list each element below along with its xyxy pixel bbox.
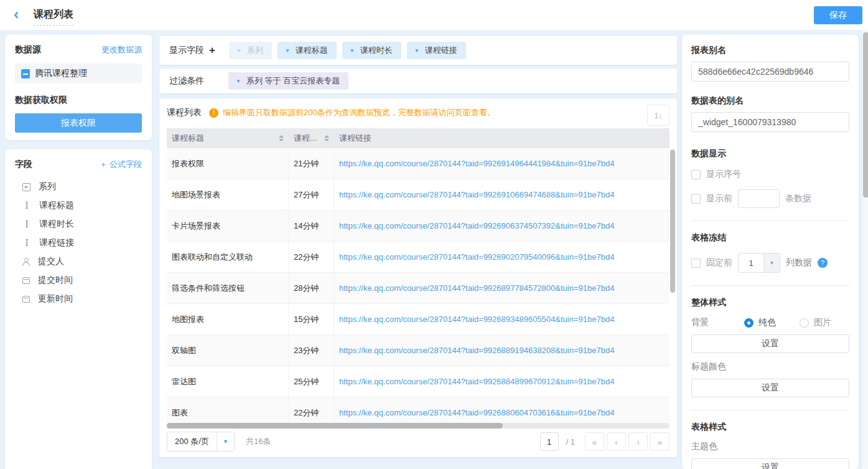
theme-color-label: 主题色 — [691, 441, 849, 452]
field-item[interactable]: 课程链接 — [15, 234, 142, 252]
bg-image-radio[interactable] — [800, 318, 809, 328]
field-label: 课程标题 — [39, 200, 74, 211]
cell-course-title: 报表权限 — [167, 148, 289, 179]
overall-style-heading: 整体样式 — [691, 297, 849, 308]
bg-solid-radio[interactable] — [744, 318, 754, 328]
field-item[interactable]: 提交时间 — [15, 271, 142, 290]
report-permission-button[interactable]: 报表权限 — [15, 113, 142, 133]
show-first-checkbox[interactable] — [691, 194, 701, 204]
freeze-columns-checkbox[interactable] — [691, 258, 701, 268]
page-title: 课程列表 — [34, 8, 73, 26]
display-field-chip[interactable]: 系列 — [229, 42, 272, 59]
table-alias-input[interactable] — [691, 112, 849, 132]
title-color-set-button[interactable]: 设置 — [691, 379, 849, 397]
course-link[interactable]: https://ke.qq.com/course/2870144?taid=99… — [339, 221, 614, 230]
field-label: 课程时长 — [39, 219, 74, 230]
course-link[interactable]: https://ke.qq.com/course/2870144?taid=99… — [339, 315, 614, 324]
next-page-button[interactable] — [628, 432, 648, 451]
warning-icon — [209, 108, 218, 118]
divider — [691, 220, 849, 221]
background-set-button[interactable]: 设置 — [691, 334, 849, 353]
divider — [691, 285, 849, 286]
course-link[interactable]: https://ke.qq.com/course/2870144?taid=99… — [339, 377, 614, 386]
display-field-chips: 系列 课程标题 课程时长 课程链接 — [229, 42, 466, 59]
display-field-chip[interactable]: 课程时长 — [342, 42, 401, 59]
cell-course-duration: 28分钟 — [289, 273, 334, 303]
page-scrollbar-thumb[interactable] — [863, 32, 868, 197]
table-alias-label: 数据表的别名 — [691, 95, 849, 107]
cell-course-link: https://ke.qq.com/course/2870144?taid=99… — [334, 315, 670, 324]
fields-heading: 字段 — [15, 159, 32, 170]
show-first-label: 显示前 — [706, 193, 732, 204]
course-link[interactable]: https://ke.qq.com/course/2870144?taid=99… — [339, 252, 614, 262]
page-of-total: / 1 — [566, 437, 575, 447]
bg-image-label: 图片 — [814, 317, 831, 328]
datasource-name: 腾讯课程整理 — [35, 68, 87, 79]
field-item[interactable]: 更新时间 — [15, 290, 142, 308]
table-row: 报表权限 21分钟 https://ke.qq.com/course/28701… — [167, 148, 670, 179]
total-count: 共16条 — [246, 436, 271, 447]
back-icon[interactable] — [14, 7, 29, 22]
field-label: 更新时间 — [38, 293, 73, 305]
first-page-button[interactable] — [585, 432, 604, 451]
fields-panel: 字段 ＋ 公式字段 系列 课程标题 课程时长 课程链接 — [5, 149, 152, 469]
cell-course-duration: 22分钟 — [289, 242, 334, 272]
change-datasource-link[interactable]: 更改数据源 — [101, 44, 142, 55]
show-first-count-input[interactable] — [738, 189, 780, 208]
datasource-item[interactable]: 腾讯课程整理 — [15, 64, 142, 83]
freeze-label: 固定前 — [706, 257, 732, 268]
report-alias-input[interactable] — [691, 62, 849, 82]
help-icon[interactable] — [818, 258, 828, 268]
horizontal-scrollbar[interactable] — [167, 423, 670, 429]
table-style-heading: 表格样式 — [691, 422, 849, 433]
field-list: 系列 课程标题 课程时长 课程链接 提交人 — [15, 178, 142, 308]
field-label: 系列 — [39, 181, 56, 192]
cell-course-duration: 15分钟 — [289, 304, 334, 334]
cell-course-link: https://ke.qq.com/course/2870144?taid=99… — [334, 252, 670, 262]
settings-panel: 报表别名 数据表的别名 数据显示 显示序号 显示前 条数据 表格冻结 固定前 1… — [682, 35, 859, 469]
column-header-title[interactable]: 课程标题 — [167, 128, 289, 148]
display-field-chip[interactable]: 课程链接 — [407, 42, 466, 59]
horizontal-scrollbar-thumb[interactable] — [167, 423, 503, 429]
current-page-input[interactable]: 1 — [540, 432, 559, 451]
previous-page-button[interactable] — [607, 432, 626, 451]
field-label: 提交时间 — [38, 275, 73, 286]
filter-label: 过滤条件 — [169, 75, 228, 87]
text-icon — [22, 220, 31, 229]
column-header-duration[interactable]: 课程... — [289, 128, 334, 148]
course-link[interactable]: https://ke.qq.com/course/2870144?taid=99… — [339, 346, 614, 355]
table-freeze-heading: 表格冻结 — [691, 232, 849, 244]
add-formula-field-link[interactable]: ＋ 公式字段 — [99, 159, 142, 170]
sort-order-button[interactable] — [647, 105, 670, 126]
freeze-count-select[interactable]: 1 — [738, 253, 780, 273]
field-item[interactable]: 课程标题 — [15, 196, 142, 215]
page-size-select[interactable]: 200 条/页 — [167, 432, 235, 452]
cell-course-link: https://ke.qq.com/course/2870144?taid=99… — [334, 221, 670, 230]
course-link[interactable]: https://ke.qq.com/course/2870144?taid=99… — [339, 283, 614, 293]
table-body: 报表权限 21分钟 https://ke.qq.com/course/28701… — [167, 148, 670, 433]
page-scrollbar[interactable] — [862, 0, 868, 469]
course-link[interactable]: https://ke.qq.com/course/2870144?taid=99… — [339, 190, 614, 199]
add-display-field-button[interactable] — [209, 44, 222, 57]
save-button[interactable]: 保存 — [814, 6, 862, 24]
bg-solid-label: 纯色 — [758, 317, 776, 328]
last-page-button[interactable] — [650, 432, 670, 451]
data-display-heading: 数据显示 — [691, 148, 849, 159]
cell-course-duration: 25分钟 — [289, 366, 334, 397]
cell-course-link: https://ke.qq.com/course/2870144?taid=99… — [334, 190, 670, 199]
show-index-checkbox[interactable] — [691, 170, 701, 179]
cell-course-duration: 14分钟 — [289, 211, 334, 241]
table-row: 双轴图 23分钟 https://ke.qq.com/course/287014… — [167, 335, 670, 366]
filter-condition-chip[interactable]: 系列 等于 百宝云报表专题 — [228, 72, 348, 90]
table-vertical-scrollbar[interactable] — [670, 149, 675, 293]
course-link[interactable]: https://ke.qq.com/course/2870144?taid=99… — [339, 408, 614, 417]
field-item[interactable]: 课程时长 — [15, 215, 142, 234]
field-item[interactable]: 系列 — [15, 178, 142, 196]
freeze-suffix: 列数据 — [786, 257, 812, 268]
display-field-chip[interactable]: 课程标题 — [278, 42, 337, 59]
cell-course-title: 雷达图 — [167, 366, 289, 397]
select-icon — [22, 183, 30, 191]
course-link[interactable]: https://ke.qq.com/course/2870144?taid=99… — [339, 159, 614, 168]
field-item[interactable]: 提交人 — [15, 252, 142, 271]
theme-color-set-button[interactable]: 设置 — [691, 458, 849, 469]
